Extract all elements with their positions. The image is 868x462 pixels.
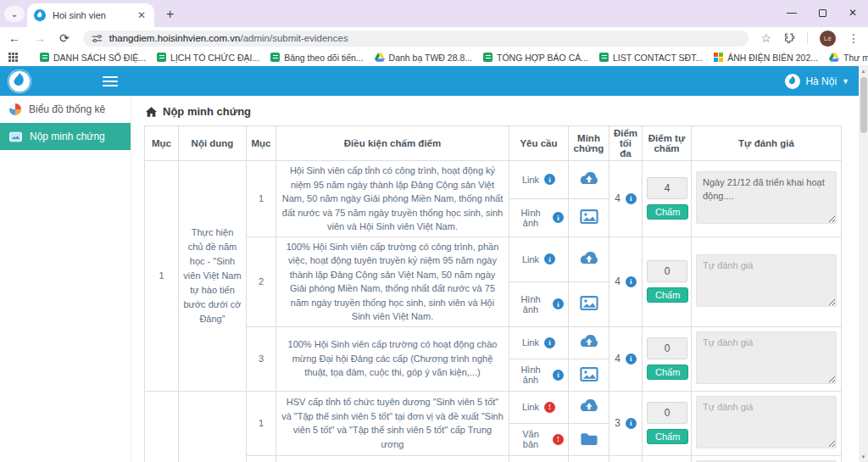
drive-icon: [375, 53, 385, 62]
sidebar-item-submit-evidences[interactable]: Nộp minh chứng: [0, 123, 131, 150]
sheets-icon: [270, 53, 280, 62]
upload-link-button[interactable]: [569, 326, 609, 359]
browser-menu-kebab-icon[interactable]: ⋮: [848, 32, 860, 44]
upload-document-button[interactable]: [569, 423, 609, 455]
profile-avatar[interactable]: Lê: [820, 31, 836, 47]
col-yeucau: Yêu cầu: [509, 126, 569, 161]
bookmark-item[interactable]: DANH SÁCH SỐ ĐIỆ...: [40, 53, 146, 63]
self-score-input[interactable]: [647, 177, 687, 199]
window-controls: — ✕: [776, 0, 868, 25]
bookmark-item[interactable]: Danh bạ TWĐ 28.8...: [375, 53, 472, 63]
bookmark-star-icon[interactable]: ☆: [760, 32, 771, 44]
site-settings-icon[interactable]: [92, 33, 103, 44]
info-icon[interactable]: i: [626, 193, 637, 204]
tab-title: Hoi sinh vien: [53, 10, 136, 20]
new-tab-button[interactable]: +: [166, 8, 174, 21]
image-icon: [580, 296, 598, 310]
group-muc: [145, 391, 179, 462]
upload-image-button[interactable]: [569, 359, 609, 391]
grade-button[interactable]: Chấm: [647, 429, 688, 444]
col-minhchung: Minh chứng: [569, 126, 609, 161]
grade-button[interactable]: Chấm: [647, 287, 688, 303]
item-condition: HSV cấp tỉnh tổ chức tuyên dương "Sinh v…: [276, 391, 509, 455]
required-warning-icon[interactable]: !: [553, 434, 564, 445]
toolbar-right: ☆ Lê ⋮: [760, 31, 860, 47]
address-bar[interactable]: thangdiem.hoisinhvien.com.vn/admin/submi…: [83, 31, 749, 47]
region-label: Hà Nội: [805, 75, 837, 87]
window-minimize-button[interactable]: —: [776, 0, 807, 25]
self-evaluation-textarea[interactable]: Ngày 21/12 đã triển khai hoạt động....: [696, 171, 837, 224]
windows-colors-icon: [714, 53, 723, 62]
self-evaluation-textarea[interactable]: [696, 331, 837, 384]
image-icon: [580, 209, 598, 224]
refresh-button[interactable]: ⟳: [59, 32, 70, 44]
window-restore-button[interactable]: [807, 0, 837, 25]
self-score-input[interactable]: [647, 337, 687, 359]
apps-grid-icon[interactable]: [8, 53, 18, 62]
bookmark-item[interactable]: LỊCH TỔ CHỨC ĐẠI...: [157, 53, 259, 63]
back-button[interactable]: ←: [8, 32, 20, 44]
window-close-button[interactable]: ✕: [837, 0, 868, 25]
tab-search-chevron-icon[interactable]: ⌄: [4, 6, 25, 22]
item-muc: 1: [247, 161, 276, 237]
col-muc1: Mục: [145, 126, 179, 161]
site-favicon: [34, 9, 46, 21]
browser-tab-strip: ⌄ Hoi sinh vien ✕ + — ✕: [0, 0, 868, 27]
screen: ⌄ Hoi sinh vien ✕ + — ✕ ← → ⟳ thangdiem.…: [0, 0, 868, 462]
bookmark-item[interactable]: TỔNG HỢP BÁO CÁ...: [483, 53, 588, 63]
page-scrollbar[interactable]: ▲ ▼: [859, 66, 868, 462]
self-evaluation-textarea[interactable]: [696, 254, 837, 307]
self-score-input[interactable]: [647, 260, 687, 282]
item-muc: 2: [247, 237, 276, 326]
col-muc2: Mục: [247, 126, 276, 161]
self-score-input[interactable]: [647, 402, 687, 424]
info-icon[interactable]: i: [544, 253, 555, 264]
info-icon[interactable]: i: [553, 370, 564, 381]
info-icon[interactable]: i: [626, 418, 637, 429]
home-icon: [146, 107, 157, 117]
group-noidung: [179, 391, 247, 462]
item-condition: 100% Hội Sinh viên cấp trường có công tr…: [276, 237, 509, 326]
upload-image-button[interactable]: [569, 281, 609, 326]
required-warning-icon[interactable]: !: [544, 402, 555, 413]
group-muc: 1: [145, 161, 179, 392]
bookmark-item[interactable]: LIST CONTACT SĐT...: [599, 53, 703, 63]
grade-button[interactable]: Chấm: [647, 204, 688, 220]
bookmark-item[interactable]: ẢNH ĐIỆN BIÊN 202...: [714, 53, 818, 63]
browser-tab[interactable]: Hoi sinh vien ✕: [27, 3, 154, 27]
info-icon[interactable]: i: [553, 212, 564, 223]
info-icon[interactable]: i: [544, 337, 555, 348]
tab-close-icon[interactable]: ✕: [136, 9, 147, 21]
cloud-upload-icon: [578, 251, 600, 266]
info-icon[interactable]: i: [553, 298, 564, 309]
upload-link-button[interactable]: [569, 455, 609, 462]
browser-toolbar: ← → ⟳ thangdiem.hoisinhvien.com.vn/admin…: [0, 27, 868, 49]
info-icon[interactable]: i: [544, 174, 555, 185]
sheets-icon: [483, 53, 492, 62]
upload-link-button[interactable]: [569, 391, 609, 423]
bookmark-item[interactable]: Bảng theo dõi tiến...: [270, 53, 363, 63]
upload-link-button[interactable]: [569, 237, 609, 281]
item-muc: 3: [247, 326, 276, 391]
upload-link-button[interactable]: [569, 161, 609, 199]
bookmarks-bar: DANH SÁCH SỐ ĐIỆ... LỊCH TỔ CHỨC ĐẠI... …: [0, 49, 868, 66]
info-icon[interactable]: i: [626, 276, 637, 287]
item-condition: 100% HSV cấp trường tổ chức tuyên dương …: [276, 455, 509, 462]
table-row: 3 100% Hội Sinh viên cấp trường có hoạt …: [145, 326, 842, 359]
self-evaluation-textarea[interactable]: [696, 396, 837, 448]
bookmark-item[interactable]: Thư mục - Google...: [829, 53, 868, 63]
info-icon[interactable]: i: [626, 353, 637, 365]
upload-image-button[interactable]: [569, 198, 609, 237]
table-row: 2 100% HSV cấp trường tổ chức tuyên dươn…: [145, 455, 842, 462]
region-selector[interactable]: Hà Nội ▼: [785, 66, 849, 96]
sidebar-item-statistics[interactable]: Biểu đồ thống kê: [0, 96, 131, 123]
forward-button[interactable]: →: [34, 32, 46, 44]
hamburger-menu-icon[interactable]: [103, 74, 118, 89]
grade-button[interactable]: Chấm: [647, 365, 688, 380]
scroll-up-arrow[interactable]: ▲: [859, 66, 868, 76]
scrollbar-thumb[interactable]: [860, 77, 867, 133]
scroll-down-arrow[interactable]: ▼: [859, 452, 868, 462]
pie-chart-icon: [9, 103, 21, 115]
col-diemtoida: Điểm tối đa: [609, 126, 643, 161]
extensions-puzzle-icon[interactable]: [783, 32, 795, 44]
